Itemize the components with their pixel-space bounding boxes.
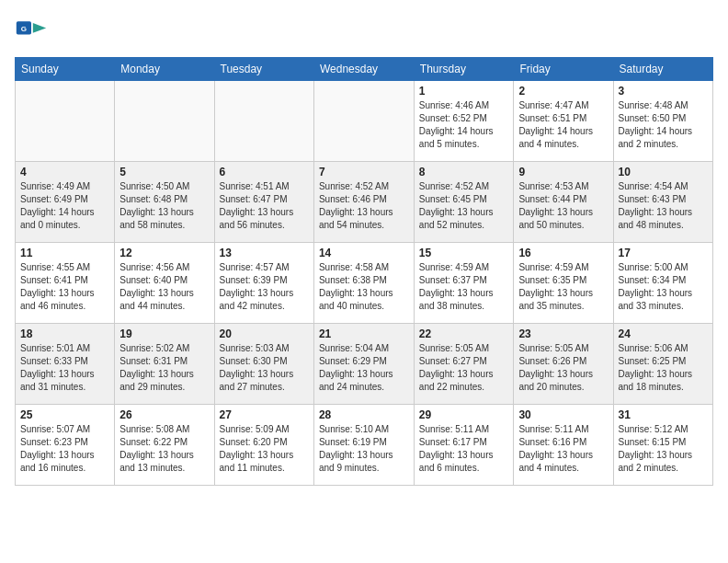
day-number: 3	[619, 85, 709, 98]
day-info: Sunrise: 5:04 AM Sunset: 6:29 PM Dayligh…	[319, 342, 409, 394]
calendar-cell: 28Sunrise: 5:10 AM Sunset: 6:19 PM Dayli…	[313, 405, 414, 486]
day-info: Sunrise: 4:49 AM Sunset: 6:49 PM Dayligh…	[20, 180, 109, 232]
day-info: Sunrise: 5:05 AM Sunset: 6:26 PM Dayligh…	[518, 342, 608, 394]
day-info: Sunrise: 4:51 AM Sunset: 6:47 PM Dayligh…	[220, 180, 309, 232]
day-number: 17	[619, 247, 709, 259]
calendar-cell	[115, 81, 214, 162]
day-number: 5	[119, 166, 209, 178]
day-number: 24	[619, 327, 709, 340]
day-info: Sunrise: 5:07 AM Sunset: 6:23 PM Dayligh…	[20, 423, 109, 475]
calendar-cell: 23Sunrise: 5:05 AM Sunset: 6:26 PM Dayli…	[514, 324, 613, 405]
calendar-cell	[16, 81, 115, 162]
day-info: Sunrise: 5:05 AM Sunset: 6:27 PM Dayligh…	[419, 342, 509, 394]
day-number: 4	[20, 166, 109, 178]
day-info: Sunrise: 4:54 AM Sunset: 6:43 PM Dayligh…	[619, 180, 709, 232]
weekday-header-sunday: Sunday	[16, 58, 115, 81]
day-info: Sunrise: 5:10 AM Sunset: 6:19 PM Dayligh…	[319, 423, 409, 475]
calendar-cell: 7Sunrise: 4:52 AM Sunset: 6:46 PM Daylig…	[313, 162, 414, 243]
day-number: 15	[419, 247, 509, 259]
weekday-header-row: SundayMondayTuesdayWednesdayThursdayFrid…	[16, 58, 713, 81]
day-number: 30	[518, 408, 608, 421]
day-info: Sunrise: 4:59 AM Sunset: 6:35 PM Dayligh…	[518, 261, 608, 313]
day-number: 12	[119, 247, 209, 259]
day-info: Sunrise: 5:01 AM Sunset: 6:33 PM Dayligh…	[20, 342, 109, 394]
day-info: Sunrise: 4:55 AM Sunset: 6:41 PM Dayligh…	[20, 261, 109, 313]
calendar-cell: 25Sunrise: 5:07 AM Sunset: 6:23 PM Dayli…	[16, 405, 115, 486]
logo-icon: G	[15, 15, 48, 48]
day-info: Sunrise: 4:46 AM Sunset: 6:52 PM Dayligh…	[419, 99, 509, 151]
day-info: Sunrise: 5:00 AM Sunset: 6:34 PM Dayligh…	[619, 261, 709, 313]
day-info: Sunrise: 4:52 AM Sunset: 6:46 PM Dayligh…	[319, 180, 409, 232]
weekday-header-monday: Monday	[115, 58, 214, 81]
calendar-cell: 3Sunrise: 4:48 AM Sunset: 6:50 PM Daylig…	[613, 81, 713, 162]
calendar-cell	[313, 81, 414, 162]
calendar-cell: 5Sunrise: 4:50 AM Sunset: 6:48 PM Daylig…	[115, 162, 214, 243]
calendar-table: SundayMondayTuesdayWednesdayThursdayFrid…	[15, 57, 713, 486]
calendar-cell: 26Sunrise: 5:08 AM Sunset: 6:22 PM Dayli…	[115, 405, 214, 486]
day-number: 7	[319, 166, 409, 178]
calendar-cell: 1Sunrise: 4:46 AM Sunset: 6:52 PM Daylig…	[414, 81, 514, 162]
day-number: 31	[619, 408, 709, 421]
day-info: Sunrise: 4:59 AM Sunset: 6:37 PM Dayligh…	[419, 261, 509, 313]
week-row-5: 25Sunrise: 5:07 AM Sunset: 6:23 PM Dayli…	[16, 405, 713, 486]
day-info: Sunrise: 4:50 AM Sunset: 6:48 PM Dayligh…	[119, 180, 209, 232]
day-number: 22	[419, 327, 509, 340]
calendar-cell	[214, 81, 313, 162]
calendar-cell: 9Sunrise: 4:53 AM Sunset: 6:44 PM Daylig…	[514, 162, 613, 243]
day-number: 10	[619, 166, 709, 178]
calendar-cell: 14Sunrise: 4:58 AM Sunset: 6:38 PM Dayli…	[313, 243, 414, 324]
weekday-header-thursday: Thursday	[414, 58, 514, 81]
day-info: Sunrise: 5:08 AM Sunset: 6:22 PM Dayligh…	[119, 423, 209, 475]
calendar-cell: 2Sunrise: 4:47 AM Sunset: 6:51 PM Daylig…	[514, 81, 613, 162]
calendar-cell: 21Sunrise: 5:04 AM Sunset: 6:29 PM Dayli…	[313, 324, 414, 405]
day-number: 27	[220, 408, 309, 421]
day-number: 2	[518, 85, 608, 98]
calendar-cell: 15Sunrise: 4:59 AM Sunset: 6:37 PM Dayli…	[414, 243, 514, 324]
day-number: 23	[518, 327, 608, 340]
day-number: 13	[220, 247, 309, 259]
day-number: 19	[119, 327, 209, 340]
svg-text:G: G	[21, 25, 27, 33]
day-number: 9	[518, 166, 608, 178]
day-info: Sunrise: 5:02 AM Sunset: 6:31 PM Dayligh…	[119, 342, 209, 394]
calendar-cell: 12Sunrise: 4:56 AM Sunset: 6:40 PM Dayli…	[115, 243, 214, 324]
day-info: Sunrise: 4:52 AM Sunset: 6:45 PM Dayligh…	[419, 180, 509, 232]
calendar-cell: 17Sunrise: 5:00 AM Sunset: 6:34 PM Dayli…	[613, 243, 713, 324]
calendar-cell: 30Sunrise: 5:11 AM Sunset: 6:16 PM Dayli…	[514, 405, 613, 486]
week-row-3: 11Sunrise: 4:55 AM Sunset: 6:41 PM Dayli…	[16, 243, 713, 324]
calendar-cell: 27Sunrise: 5:09 AM Sunset: 6:20 PM Dayli…	[214, 405, 313, 486]
weekday-header-friday: Friday	[514, 58, 613, 81]
calendar-cell: 6Sunrise: 4:51 AM Sunset: 6:47 PM Daylig…	[214, 162, 313, 243]
calendar-cell: 29Sunrise: 5:11 AM Sunset: 6:17 PM Dayli…	[414, 405, 514, 486]
calendar-cell: 24Sunrise: 5:06 AM Sunset: 6:25 PM Dayli…	[613, 324, 713, 405]
day-info: Sunrise: 4:57 AM Sunset: 6:39 PM Dayligh…	[220, 261, 309, 313]
day-number: 1	[419, 85, 509, 98]
calendar-cell: 31Sunrise: 5:12 AM Sunset: 6:15 PM Dayli…	[613, 405, 713, 486]
day-number: 25	[20, 408, 109, 421]
calendar-cell: 8Sunrise: 4:52 AM Sunset: 6:45 PM Daylig…	[414, 162, 514, 243]
calendar-cell: 18Sunrise: 5:01 AM Sunset: 6:33 PM Dayli…	[16, 324, 115, 405]
day-number: 16	[518, 247, 608, 259]
day-info: Sunrise: 5:11 AM Sunset: 6:16 PM Dayligh…	[518, 423, 608, 475]
day-info: Sunrise: 4:53 AM Sunset: 6:44 PM Dayligh…	[518, 180, 608, 232]
calendar-cell: 22Sunrise: 5:05 AM Sunset: 6:27 PM Dayli…	[414, 324, 514, 405]
weekday-header-saturday: Saturday	[613, 58, 713, 81]
day-number: 29	[419, 408, 509, 421]
day-info: Sunrise: 4:58 AM Sunset: 6:38 PM Dayligh…	[319, 261, 409, 313]
day-info: Sunrise: 5:09 AM Sunset: 6:20 PM Dayligh…	[220, 423, 309, 475]
day-number: 20	[220, 327, 309, 340]
day-info: Sunrise: 5:06 AM Sunset: 6:25 PM Dayligh…	[619, 342, 709, 394]
day-info: Sunrise: 5:11 AM Sunset: 6:17 PM Dayligh…	[419, 423, 509, 475]
day-number: 18	[20, 327, 109, 340]
calendar-cell: 20Sunrise: 5:03 AM Sunset: 6:30 PM Dayli…	[214, 324, 313, 405]
day-info: Sunrise: 4:56 AM Sunset: 6:40 PM Dayligh…	[119, 261, 209, 313]
calendar-cell: 4Sunrise: 4:49 AM Sunset: 6:49 PM Daylig…	[16, 162, 115, 243]
day-info: Sunrise: 4:47 AM Sunset: 6:51 PM Dayligh…	[518, 99, 608, 151]
day-number: 11	[20, 247, 109, 259]
calendar-cell: 10Sunrise: 4:54 AM Sunset: 6:43 PM Dayli…	[613, 162, 713, 243]
week-row-1: 1Sunrise: 4:46 AM Sunset: 6:52 PM Daylig…	[16, 81, 713, 162]
day-number: 28	[319, 408, 409, 421]
calendar-cell: 19Sunrise: 5:02 AM Sunset: 6:31 PM Dayli…	[115, 324, 214, 405]
day-info: Sunrise: 5:12 AM Sunset: 6:15 PM Dayligh…	[619, 423, 709, 475]
calendar-cell: 11Sunrise: 4:55 AM Sunset: 6:41 PM Dayli…	[16, 243, 115, 324]
